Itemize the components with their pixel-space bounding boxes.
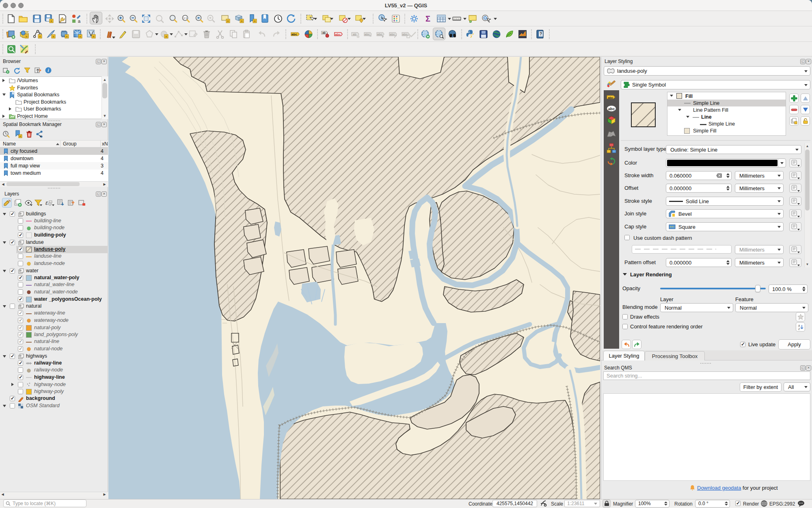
- svg-text:abc: abc: [390, 33, 395, 36]
- svg-text:✳: ✳: [39, 35, 41, 39]
- svg-text:✳: ✳: [65, 35, 68, 39]
- svg-text:abc: abc: [365, 33, 370, 36]
- svg-text:ε: ε: [45, 200, 48, 206]
- svg-text:✳: ✳: [25, 35, 28, 39]
- svg-text:abc: abc: [377, 33, 382, 36]
- svg-text:?: ?: [540, 32, 542, 36]
- svg-text:abc: abc: [292, 33, 297, 36]
- svg-text:✳: ✳: [52, 35, 55, 39]
- svg-text:✳: ✳: [79, 35, 82, 39]
- svg-text:A: A: [798, 324, 800, 327]
- svg-text:1:1: 1:1: [183, 17, 187, 20]
- svg-text:a: a: [78, 19, 81, 24]
- svg-text:✳: ✳: [165, 35, 168, 39]
- svg-text:abc: abc: [608, 106, 615, 111]
- svg-text:Z: Z: [798, 328, 800, 330]
- svg-text:abc: abc: [335, 33, 341, 36]
- svg-text:ab: ab: [322, 31, 326, 34]
- svg-text:✳: ✳: [50, 20, 53, 23]
- svg-text:abc: abc: [608, 96, 613, 100]
- svg-text:i: i: [48, 68, 49, 73]
- svg-text:ab: ab: [353, 33, 356, 36]
- svg-text:✳: ✳: [227, 20, 229, 23]
- svg-text:✳: ✳: [92, 35, 95, 39]
- svg-text:Σ: Σ: [425, 14, 430, 23]
- svg-text:✳: ✳: [253, 20, 256, 23]
- svg-text:✳: ✳: [240, 20, 243, 23]
- svg-text:✳: ✳: [19, 135, 22, 138]
